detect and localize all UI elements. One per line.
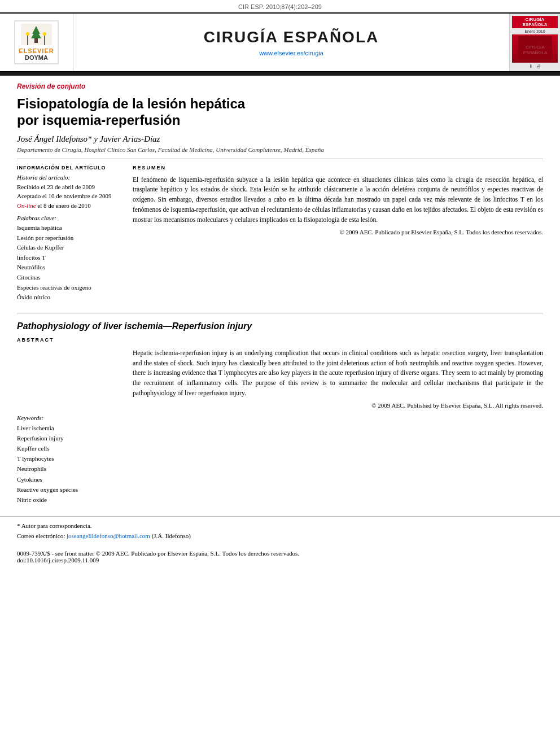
keyword-lesion: Lesión por reperfusión bbox=[17, 233, 121, 243]
cover-art-icon: CIRUGÍA ESPAÑOLA bbox=[518, 36, 552, 61]
svg-point-5 bbox=[26, 32, 29, 36]
svg-point-7 bbox=[43, 32, 46, 36]
section-label: Revisión de conjunto bbox=[0, 76, 560, 91]
doyma-label: DOYMA bbox=[19, 54, 54, 61]
copyright-bar: 0009-739X/$ - see front matter © 2009 AE… bbox=[0, 547, 560, 567]
abstract-copyright: © 2009 AEC. Published by Elsevier España… bbox=[133, 402, 543, 409]
copyright-doi: doi:10.1016/j.ciresp.2009.11.009 bbox=[17, 557, 543, 563]
cover-image: CIRUGÍA ESPAÑOLA bbox=[512, 34, 558, 63]
resumen-text: El fenómeno de isquemia-reperfusión suby… bbox=[133, 175, 543, 225]
footnote-author: * Autor para correspondencia. bbox=[17, 522, 92, 529]
elsevier-label: ELSEVIER bbox=[19, 47, 54, 54]
right-column: RESUMEN El fenómeno de isquemia-reperfus… bbox=[133, 165, 543, 303]
english-left-col bbox=[17, 348, 121, 409]
cover-date: Enero 2010 bbox=[524, 29, 545, 33]
journal-title: CIRUGÍA ESPAÑOLA bbox=[204, 28, 379, 46]
online-label: On-line bbox=[17, 202, 36, 209]
footnote-email-suffix: (J.Á. Ildefonso) bbox=[152, 532, 191, 539]
keyword-isquemia: Isquemia hepática bbox=[17, 223, 121, 233]
spanish-keywords-section: Palabras clave: Isquemia hepática Lesión… bbox=[17, 215, 121, 303]
eng-keyword-neutrophils: Neutrophils bbox=[17, 464, 121, 474]
resumen-copyright: © 2009 AEC. Publicado por Elsevier Españ… bbox=[133, 229, 543, 235]
svg-text:ESPAÑOLA: ESPAÑOLA bbox=[523, 50, 547, 55]
copyright-issn: 0009-739X/$ - see front matter © 2009 AE… bbox=[17, 550, 543, 557]
keyword-linfocitos: linfocitos T bbox=[17, 253, 121, 263]
english-keywords-right bbox=[133, 414, 543, 505]
divider-1 bbox=[17, 159, 543, 159]
eng-keyword-kupffer: Kupffer cells bbox=[17, 443, 121, 453]
print-icon: 🖨 bbox=[536, 64, 541, 69]
keyword-neutrofilos: Neutrófilos bbox=[17, 263, 121, 273]
abstract-text: Hepatic ischemia-reperfusion injury is a… bbox=[133, 348, 543, 399]
online-date-text: el 8 de enero de 2010 bbox=[37, 202, 90, 209]
eng-keyword-cytokines: Cytokines bbox=[17, 474, 121, 484]
eng-keyword-nitric: Nitric oxide bbox=[17, 495, 121, 505]
english-keywords-row: Keywords: Liver ischemia Reperfusion inj… bbox=[17, 414, 543, 505]
eng-keyword-reperfusion: Reperfusion injury bbox=[17, 433, 121, 443]
elsevier-box: ELSEVIER DOYMA bbox=[14, 20, 58, 64]
eng-keyword-lymphocytes: T lymphocytes bbox=[17, 453, 121, 464]
svg-text:CIRUGÍA: CIRUGÍA bbox=[526, 45, 545, 50]
left-column: INFORMACIÓN DEL ARTÍCULO Historia del ar… bbox=[17, 165, 121, 303]
affiliation: Departamento de Cirugía, Hospital Clínic… bbox=[17, 146, 543, 153]
info-section-title: INFORMACIÓN DEL ARTÍCULO bbox=[17, 165, 121, 171]
footnote-email-address[interactable]: joseangelildefonso@hotmail.com bbox=[67, 532, 150, 539]
cover-title: CIRUGÍA ESPAÑOLA bbox=[512, 16, 558, 28]
english-two-col: Hepatic ischemia-reperfusion injury is a… bbox=[17, 348, 543, 409]
keyword-kupffer: Células de Kupffer bbox=[17, 243, 121, 253]
keyword-oxido: Óxido nítrico bbox=[17, 292, 121, 303]
resumen-title: RESUMEN bbox=[133, 165, 543, 171]
publisher-logo: ELSEVIER DOYMA bbox=[0, 14, 73, 71]
keywords-label: Keywords: bbox=[17, 414, 121, 421]
citation-text: CIR ESP. 2010;87(4):202–209 bbox=[238, 3, 322, 10]
journal-url[interactable]: www.elsevier.es/cirugia bbox=[259, 50, 323, 56]
journal-header: ELSEVIER DOYMA CIRUGÍA ESPAÑOLA www.else… bbox=[0, 12, 560, 72]
palabras-clave-title: Palabras clave: bbox=[17, 215, 121, 221]
footnote-section: * Autor para correspondencia. Correo ele… bbox=[0, 516, 560, 541]
two-column-layout: INFORMACIÓN DEL ARTÍCULO Historia del ar… bbox=[17, 165, 543, 303]
accepted-date: Aceptado el 10 de noviembre de 2009 bbox=[17, 191, 121, 201]
footnote-email: Correo electrónico: joseangelildefonso@h… bbox=[17, 531, 543, 541]
authors: José Ángel Ildefonso* y Javier Arias-Día… bbox=[17, 134, 543, 144]
journal-cover: CIRUGÍA ESPAÑOLA Enero 2010 CIRUGÍA ESPA… bbox=[509, 14, 560, 71]
english-title: Pathophysiology of liver ischemia—Reperf… bbox=[17, 321, 543, 331]
download-icon: ⬇ bbox=[529, 64, 533, 69]
abstract-label: ABSTRACT bbox=[17, 337, 543, 343]
article-title: Fisiopatología de la lesión hepática por… bbox=[17, 91, 543, 134]
keyword-especies: Especies reactivas de oxígeno bbox=[17, 283, 121, 293]
received-date: Recibido el 23 de abril de 2009 bbox=[17, 182, 121, 192]
online-date: On-line el 8 de enero de 2010 bbox=[17, 201, 121, 211]
english-right-col: Hepatic ischemia-reperfusion injury is a… bbox=[133, 348, 543, 409]
elsevier-tree-icon bbox=[21, 24, 52, 45]
keyword-citocinas: Citocinas bbox=[17, 273, 121, 283]
history-label: Historia del artículo: bbox=[17, 174, 121, 181]
journal-title-area: CIRUGÍA ESPAÑOLA www.elsevier.es/cirugia bbox=[73, 14, 509, 71]
eng-keyword-liver: Liver ischemia bbox=[17, 423, 121, 433]
footnote-email-label: Correo electrónico: bbox=[17, 532, 65, 539]
svg-rect-3 bbox=[34, 38, 38, 43]
eng-keyword-ros: Reactive oxygen species bbox=[17, 484, 121, 495]
citation-bar: CIR ESP. 2010;87(4):202–209 bbox=[0, 0, 560, 12]
english-keywords-left: Keywords: Liver ischemia Reperfusion inj… bbox=[17, 414, 121, 505]
footnote-star: * Autor para correspondencia. bbox=[17, 521, 543, 531]
article-content: Fisiopatología de la lesión hepática por… bbox=[0, 91, 560, 505]
english-section: Pathophysiology of liver ischemia—Reperf… bbox=[17, 313, 543, 505]
